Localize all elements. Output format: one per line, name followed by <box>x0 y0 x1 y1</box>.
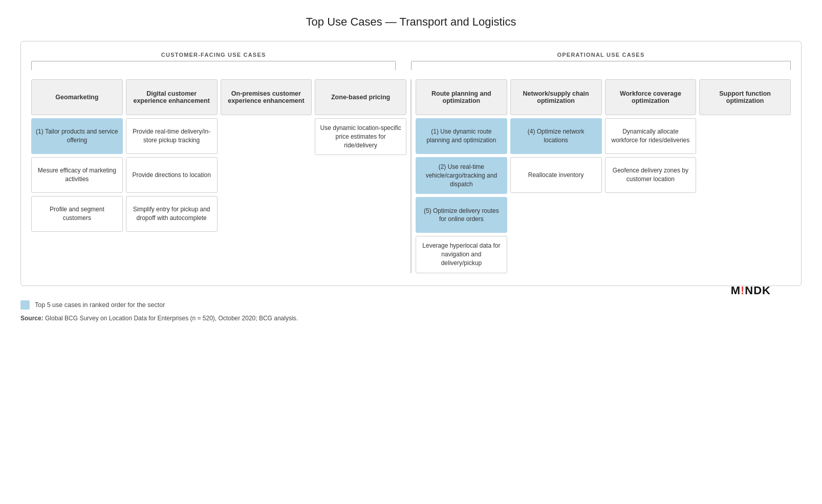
column-7: Support function optimization <box>699 79 791 273</box>
col-header-6: Workforce coverage optimization <box>605 79 697 115</box>
cell-7-0 <box>699 118 791 154</box>
cell-7-1 <box>699 157 791 193</box>
cell-0-0: (1) Tailor products and service offering <box>31 118 123 154</box>
columns-wrapper: Geomarketing(1) Tailor products and serv… <box>31 79 791 273</box>
cell-0-1: Mesure efficacy of marketing activities <box>31 157 123 193</box>
column-4: Route planning and optimization(1) Use d… <box>416 79 507 273</box>
main-container: CUSTOMER-FACING USE CASES OPERATIONAL US… <box>20 41 802 286</box>
customer-facing-bracket <box>31 61 396 70</box>
brand-dot: ! <box>741 284 745 297</box>
footer: Top 5 use cases in ranked order for the … <box>20 300 802 322</box>
cell-5-1: Reallocate inventory <box>510 157 602 193</box>
brand-logo: M!NDK <box>731 284 771 297</box>
col-header-1: Digital customer experience enhancement <box>126 79 218 115</box>
col-header-3: Zone-based pricing <box>315 79 406 115</box>
customer-facing-group: CUSTOMER-FACING USE CASES <box>31 52 396 70</box>
cell-3-1 <box>315 158 406 194</box>
legend-box <box>20 300 30 310</box>
footer-container: Top 5 use cases in ranked order for the … <box>20 300 802 322</box>
cell-6-0: Dynamically allocate workforce for rides… <box>605 118 697 154</box>
group-divider <box>410 79 412 273</box>
cell-2-1 <box>221 157 312 193</box>
cell-3-0: Use dynamic location-specific price esti… <box>315 118 406 155</box>
cell-4-3: Leverage hyperlocal data for navigation … <box>416 236 507 273</box>
cell-0-2: Profile and segment customers <box>31 196 123 232</box>
cell-4-1: (2) Use real-time vehicle/cargo/tracking… <box>416 157 507 194</box>
col-header-0: Geomarketing <box>31 79 123 115</box>
cell-5-2 <box>510 196 602 232</box>
column-0: Geomarketing(1) Tailor products and serv… <box>31 79 123 273</box>
col-header-7: Support function optimization <box>699 79 791 115</box>
source-row: Source: Global BCG Survey on Location Da… <box>20 315 802 322</box>
column-1: Digital customer experience enhancementP… <box>126 79 218 273</box>
cell-1-2: Simplify entry for pickup and dropoff wi… <box>126 196 218 232</box>
source-label: Source: <box>20 315 44 322</box>
operational-bracket <box>411 61 791 70</box>
column-2: On-premises customer experience enhancem… <box>221 79 312 273</box>
cell-4-0: (1) Use dynamic route planning and optim… <box>416 118 507 154</box>
column-3: Zone-based pricingUse dynamic location-s… <box>315 79 406 273</box>
cell-2-0 <box>221 118 312 154</box>
groups-header: CUSTOMER-FACING USE CASES OPERATIONAL US… <box>31 52 791 70</box>
cell-1-1: Provide directions to location <box>126 157 218 193</box>
col-header-2: On-premises customer experience enhancem… <box>221 79 312 115</box>
cell-6-2 <box>605 196 697 232</box>
source-text: Global BCG Survey on Location Data for E… <box>45 315 298 322</box>
column-5: Network/supply chain optimization(4) Opt… <box>510 79 602 273</box>
page-title: Top Use Cases — Transport and Logistics <box>20 15 802 29</box>
col-header-5: Network/supply chain optimization <box>510 79 602 115</box>
cell-5-0: (4) Optimize network locations <box>510 118 602 154</box>
cell-7-2 <box>699 196 791 232</box>
legend-text: Top 5 use cases in ranked order for the … <box>35 301 165 309</box>
col-header-4: Route planning and optimization <box>416 79 507 115</box>
cell-6-1: Geofence delivery zones by customer loca… <box>605 157 697 193</box>
cell-3-2 <box>315 197 406 233</box>
operational-group: OPERATIONAL USE CASES <box>411 52 791 70</box>
operational-label: OPERATIONAL USE CASES <box>557 52 645 58</box>
legend-row: Top 5 use cases in ranked order for the … <box>20 300 802 310</box>
column-6: Workforce coverage optimizationDynamical… <box>605 79 697 273</box>
customer-facing-label: CUSTOMER-FACING USE CASES <box>161 52 266 58</box>
cell-2-2 <box>221 196 312 232</box>
cell-1-0: Provide real-time delivery/in-store pick… <box>126 118 218 154</box>
cell-4-2: (5) Optimize delivery routes for online … <box>416 197 507 233</box>
